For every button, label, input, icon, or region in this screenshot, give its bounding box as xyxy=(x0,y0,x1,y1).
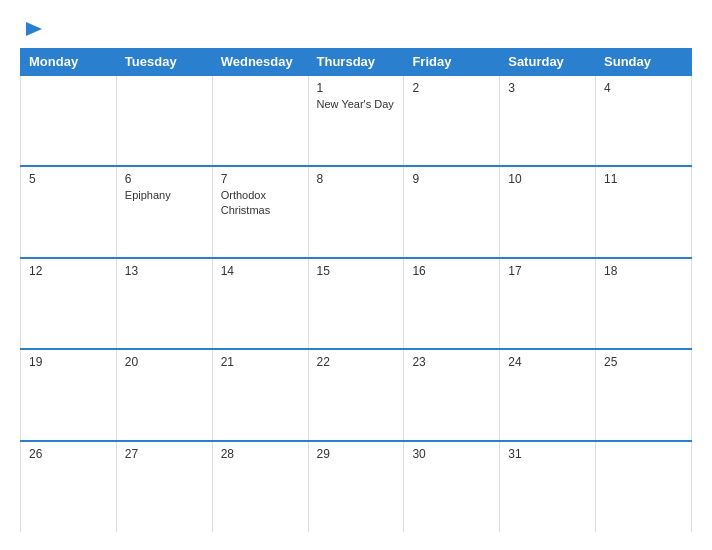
day-number: 22 xyxy=(317,355,396,369)
calendar-cell: 8 xyxy=(308,166,404,257)
day-number: 2 xyxy=(412,81,491,95)
day-number: 14 xyxy=(221,264,300,278)
day-number: 4 xyxy=(604,81,683,95)
col-header-thursday: Thursday xyxy=(308,49,404,76)
calendar-cell: 13 xyxy=(116,258,212,349)
day-number: 12 xyxy=(29,264,108,278)
calendar-header-row: MondayTuesdayWednesdayThursdayFridaySatu… xyxy=(21,49,692,76)
day-number: 9 xyxy=(412,172,491,186)
day-number: 6 xyxy=(125,172,204,186)
day-number: 31 xyxy=(508,447,587,461)
day-number: 27 xyxy=(125,447,204,461)
day-number: 11 xyxy=(604,172,683,186)
calendar-table: MondayTuesdayWednesdayThursdayFridaySatu… xyxy=(20,48,692,532)
day-number: 28 xyxy=(221,447,300,461)
calendar-cell: 26 xyxy=(21,441,117,532)
calendar-week-row: 262728293031 xyxy=(21,441,692,532)
calendar-cell: 30 xyxy=(404,441,500,532)
calendar-cell: 19 xyxy=(21,349,117,440)
col-header-monday: Monday xyxy=(21,49,117,76)
calendar-cell: 6Epiphany xyxy=(116,166,212,257)
day-number: 19 xyxy=(29,355,108,369)
day-number: 16 xyxy=(412,264,491,278)
calendar-page: MondayTuesdayWednesdayThursdayFridaySatu… xyxy=(0,0,712,550)
svg-marker-0 xyxy=(26,22,42,36)
day-number: 26 xyxy=(29,447,108,461)
holiday-label: New Year's Day xyxy=(317,97,396,111)
day-number: 5 xyxy=(29,172,108,186)
day-number: 30 xyxy=(412,447,491,461)
calendar-cell: 23 xyxy=(404,349,500,440)
day-number: 8 xyxy=(317,172,396,186)
calendar-cell: 28 xyxy=(212,441,308,532)
calendar-cell: 29 xyxy=(308,441,404,532)
calendar-cell xyxy=(21,75,117,166)
calendar-cell: 16 xyxy=(404,258,500,349)
day-number: 1 xyxy=(317,81,396,95)
calendar-cell xyxy=(596,441,692,532)
calendar-cell: 9 xyxy=(404,166,500,257)
calendar-week-row: 12131415161718 xyxy=(21,258,692,349)
calendar-cell: 7OrthodoxChristmas xyxy=(212,166,308,257)
col-header-tuesday: Tuesday xyxy=(116,49,212,76)
col-header-sunday: Sunday xyxy=(596,49,692,76)
calendar-cell: 4 xyxy=(596,75,692,166)
calendar-cell: 31 xyxy=(500,441,596,532)
col-header-saturday: Saturday xyxy=(500,49,596,76)
calendar-week-row: 56Epiphany7OrthodoxChristmas891011 xyxy=(21,166,692,257)
calendar-cell: 18 xyxy=(596,258,692,349)
calendar-cell: 22 xyxy=(308,349,404,440)
day-number: 13 xyxy=(125,264,204,278)
calendar-cell xyxy=(116,75,212,166)
calendar-cell xyxy=(212,75,308,166)
day-number: 25 xyxy=(604,355,683,369)
day-number: 29 xyxy=(317,447,396,461)
calendar-cell: 11 xyxy=(596,166,692,257)
calendar-cell: 14 xyxy=(212,258,308,349)
day-number: 24 xyxy=(508,355,587,369)
calendar-cell: 5 xyxy=(21,166,117,257)
day-number: 23 xyxy=(412,355,491,369)
calendar-cell: 10 xyxy=(500,166,596,257)
calendar-cell: 12 xyxy=(21,258,117,349)
calendar-week-row: 19202122232425 xyxy=(21,349,692,440)
logo-flag-icon xyxy=(22,18,44,40)
calendar-cell: 17 xyxy=(500,258,596,349)
day-number: 10 xyxy=(508,172,587,186)
day-number: 3 xyxy=(508,81,587,95)
calendar-cell: 24 xyxy=(500,349,596,440)
calendar-header xyxy=(20,18,692,40)
col-header-friday: Friday xyxy=(404,49,500,76)
col-header-wednesday: Wednesday xyxy=(212,49,308,76)
day-number: 7 xyxy=(221,172,300,186)
calendar-cell: 1New Year's Day xyxy=(308,75,404,166)
calendar-cell: 2 xyxy=(404,75,500,166)
calendar-cell: 3 xyxy=(500,75,596,166)
calendar-cell: 27 xyxy=(116,441,212,532)
calendar-cell: 20 xyxy=(116,349,212,440)
day-number: 21 xyxy=(221,355,300,369)
day-number: 20 xyxy=(125,355,204,369)
day-number: 18 xyxy=(604,264,683,278)
day-number: 15 xyxy=(317,264,396,278)
calendar-week-row: 1New Year's Day234 xyxy=(21,75,692,166)
holiday-label: Epiphany xyxy=(125,188,204,202)
calendar-cell: 25 xyxy=(596,349,692,440)
day-number: 17 xyxy=(508,264,587,278)
calendar-cell: 21 xyxy=(212,349,308,440)
logo xyxy=(20,18,44,40)
calendar-cell: 15 xyxy=(308,258,404,349)
holiday-label: OrthodoxChristmas xyxy=(221,188,300,217)
